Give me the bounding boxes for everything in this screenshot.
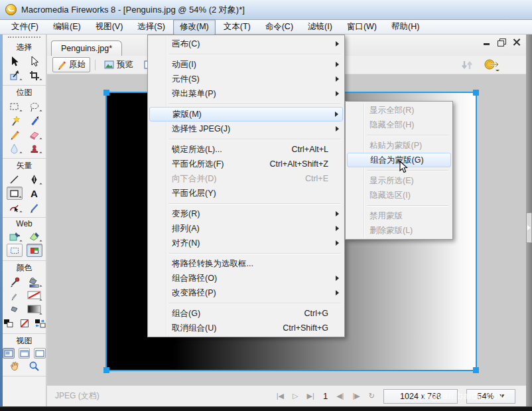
play-button[interactable]: ▷ (293, 392, 298, 400)
zoom-tool[interactable] (27, 359, 42, 372)
doc-minimize-button[interactable] (483, 39, 492, 46)
original-view-button[interactable]: 原始 (52, 57, 90, 72)
rectangle-tool[interactable] (7, 187, 23, 200)
menu-file[interactable]: 文件(F) (5, 19, 45, 35)
menu-item-group[interactable]: 组合(G)Ctrl+G (149, 306, 343, 321)
standard-screen-mode-button[interactable] (3, 348, 15, 359)
menu-item-transform[interactable]: 变形(R) (149, 206, 343, 221)
knife-tool[interactable] (27, 201, 42, 214)
stroke-color-pencil-icon[interactable] (7, 289, 23, 302)
menu-commands[interactable]: 命令(C) (259, 19, 300, 35)
menu-item-align[interactable]: 对齐(N) (149, 236, 343, 250)
swap-colors-button[interactable] (34, 317, 46, 330)
hand-tool[interactable] (7, 359, 23, 372)
eraser-tool[interactable] (27, 127, 42, 141)
sort-arrows-icon[interactable] (460, 60, 474, 70)
tools-section-vector: 矢量 A (3, 159, 46, 218)
slice-tool[interactable] (7, 230, 23, 243)
hide-hotspots-button[interactable] (7, 244, 23, 257)
scale-tool[interactable] (7, 68, 23, 82)
lasso-tool[interactable] (27, 100, 42, 113)
selection-handle-top-right[interactable] (473, 90, 479, 96)
text-tool[interactable]: A (27, 187, 42, 200)
panel-grip[interactable] (8, 37, 40, 39)
menu-filters[interactable]: 滤镜(I) (301, 19, 339, 35)
show-hotspots-button[interactable] (27, 244, 42, 257)
menu-item-merge-down: 向下合并(D)Ctrl+E (149, 171, 343, 186)
panel-dock-expand-grip[interactable] (526, 212, 532, 243)
menu-item-popup-menu[interactable]: 弹出菜单(P) (149, 86, 343, 101)
menu-item-canvas[interactable]: 画布(C) (149, 37, 343, 51)
menu-select[interactable]: 选择(S) (131, 19, 172, 35)
doc-restore-button[interactable] (498, 39, 506, 46)
section-title: 视图 (3, 335, 46, 347)
menu-modify[interactable]: 修改(M) (173, 19, 216, 35)
stroke-color-well[interactable] (27, 289, 42, 302)
last-frame-button[interactable]: ▶| (307, 392, 314, 400)
menu-item-arrange[interactable]: 排列(A) (149, 221, 343, 236)
rubber-stamp-tool[interactable] (27, 141, 42, 155)
quick-export-button[interactable] (484, 59, 501, 71)
toolbar-divider (95, 60, 96, 70)
menu-item-ungroup[interactable]: 取消组合(U)Ctrl+Shift+G (149, 321, 343, 335)
menu-item-combine-paths[interactable]: 组合路径(O) (149, 271, 343, 286)
panel-dock-strip (526, 35, 532, 406)
document-tab[interactable]: Penguins.jpg* (51, 41, 122, 56)
pointer-tool[interactable] (7, 54, 23, 68)
fill-color-bucket-icon[interactable] (7, 303, 23, 316)
menu-text[interactable]: 文本(T) (217, 19, 257, 35)
canvas-size-box[interactable]: 1024 x 768 (383, 389, 458, 404)
menu-view[interactable]: 视图(V) (89, 19, 130, 35)
menu-help[interactable]: 帮助(H) (385, 19, 426, 35)
fill-color-well[interactable] (27, 303, 42, 316)
freeform-tool[interactable] (7, 201, 23, 214)
selection-handle-top-left[interactable] (103, 90, 109, 96)
pen-tool[interactable] (27, 173, 42, 186)
menu-item-lock-selection[interactable]: 锁定所选(L)...Ctrl+Alt+L (149, 142, 343, 157)
blur-tool[interactable] (7, 141, 23, 155)
subselection-tool[interactable] (27, 54, 42, 68)
menu-window[interactable]: 窗口(W) (340, 19, 383, 35)
doc-close-button[interactable] (512, 39, 521, 46)
full-screen-mode-button[interactable] (34, 348, 46, 359)
loop-button[interactable]: ↻ (369, 392, 375, 400)
paint-bucket-tool[interactable] (27, 275, 42, 288)
menu-item-symbol[interactable]: 元件(S) (149, 72, 343, 86)
fireworks-logo-icon (5, 4, 17, 15)
first-frame-button[interactable]: |◀ (277, 392, 284, 400)
previous-frame-button[interactable]: ◀| (336, 392, 344, 400)
polygon-slice-tool[interactable] (27, 230, 42, 243)
submenu-item-paste-as-mask: 粘贴为蒙版(P) (347, 138, 451, 153)
pencil-tool[interactable] (7, 127, 23, 141)
preview-view-button[interactable]: 预览 (100, 58, 137, 72)
tools-section-view: 视图 (3, 334, 46, 376)
menu-separator (367, 132, 451, 138)
menu-item-animation[interactable]: 动画(I) (149, 57, 343, 72)
selection-handle-bottom-right[interactable] (473, 367, 479, 373)
image-icon (104, 60, 114, 69)
default-colors-button[interactable] (3, 317, 15, 330)
brush-tool[interactable] (27, 114, 42, 127)
canvas-size-value: 1024 x 768 (400, 392, 441, 401)
magic-wand-tool[interactable] (7, 114, 23, 127)
marquee-tool[interactable] (7, 100, 23, 113)
app-window: Macromedia Fireworks 8 - [Penguins.jpg @… (0, 0, 532, 411)
eyedropper-tool[interactable] (7, 275, 23, 288)
full-screen-menus-mode-button[interactable] (19, 348, 31, 359)
menu-edit[interactable]: 编辑(E) (46, 19, 88, 35)
menu-item-selective-jpeg[interactable]: 选择性 JPEG(J) (149, 122, 343, 136)
line-tool[interactable] (7, 173, 23, 186)
menu-item-alter-path[interactable]: 改变路径(P) (149, 286, 343, 300)
zoom-level-dropdown[interactable]: 54% (466, 389, 515, 404)
menu-item-mask[interactable]: 蒙版(M) (149, 107, 343, 122)
crop-tool[interactable] (27, 68, 42, 82)
menu-item-flatten-selection[interactable]: 平面化所选(F)Ctrl+Alt+Shift+Z (149, 157, 343, 171)
next-frame-button[interactable]: |▶ (352, 392, 360, 400)
no-color-button[interactable] (19, 317, 31, 330)
pencil-icon (57, 60, 66, 70)
menu-separator (169, 300, 343, 306)
selection-handle-bottom-left[interactable] (103, 367, 109, 373)
menu-item-flatten-layers[interactable]: 平面化层(Y) (149, 186, 343, 201)
menu-separator (169, 51, 343, 57)
menu-item-convert-path-to-marquee[interactable]: 将路径转换为选取框... (149, 256, 343, 271)
